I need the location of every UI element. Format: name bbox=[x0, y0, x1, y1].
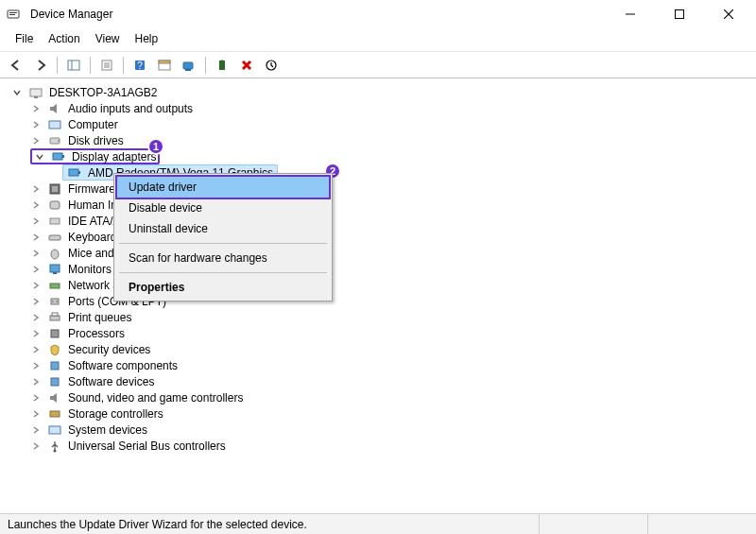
action-pane-button[interactable] bbox=[154, 55, 175, 76]
svg-rect-29 bbox=[62, 155, 64, 158]
svg-rect-25 bbox=[49, 121, 60, 129]
svg-rect-30 bbox=[69, 169, 78, 176]
back-button[interactable] bbox=[6, 55, 26, 76]
tree-item-system[interactable]: System devices bbox=[6, 422, 750, 438]
display-adapter-icon bbox=[67, 165, 82, 181]
scan-hardware-button[interactable] bbox=[179, 55, 199, 76]
minimize-button[interactable] bbox=[609, 1, 652, 27]
window-title: Device Manager bbox=[26, 8, 603, 21]
tree-item-computer[interactable]: Computer bbox=[6, 116, 750, 132]
chevron-right-icon[interactable] bbox=[30, 296, 42, 307]
svg-rect-35 bbox=[50, 218, 60, 224]
disable-device-button[interactable] bbox=[261, 55, 282, 76]
close-button[interactable] bbox=[707, 1, 750, 27]
chevron-right-icon[interactable] bbox=[30, 264, 42, 275]
usb-icon bbox=[47, 439, 62, 454]
chevron-right-icon[interactable] bbox=[30, 392, 42, 404]
menu-item-disable-device[interactable]: Disable device bbox=[117, 198, 329, 218]
menu-item-update-driver[interactable]: Update driver bbox=[115, 175, 331, 199]
menu-item-scan[interactable]: Scan for hardware changes bbox=[117, 248, 329, 268]
hid-icon bbox=[47, 198, 62, 213]
chevron-right-icon[interactable] bbox=[30, 440, 42, 452]
security-icon bbox=[47, 342, 62, 357]
sound-icon bbox=[47, 390, 62, 405]
svg-rect-50 bbox=[49, 426, 60, 434]
statusbar-segment bbox=[539, 514, 647, 534]
help-button[interactable]: ? bbox=[129, 55, 150, 76]
chevron-right-icon[interactable] bbox=[30, 119, 42, 130]
tree-item-label: Firmware bbox=[68, 182, 115, 196]
svg-rect-7 bbox=[68, 60, 79, 70]
tree-item-usb[interactable]: Universal Serial Bus controllers bbox=[6, 438, 750, 454]
tree-item-label: Universal Serial Bus controllers bbox=[68, 439, 226, 453]
tree-item-processors[interactable]: Processors bbox=[6, 325, 750, 341]
controller-icon bbox=[47, 214, 62, 229]
tree-item-label: Storage controllers bbox=[68, 407, 163, 421]
maximize-button[interactable] bbox=[658, 1, 701, 27]
menu-view[interactable]: View bbox=[90, 30, 126, 47]
menu-help[interactable]: Help bbox=[129, 30, 164, 47]
chevron-right-icon[interactable] bbox=[30, 424, 42, 436]
svg-rect-4 bbox=[676, 10, 684, 19]
uninstall-device-button[interactable] bbox=[236, 55, 257, 76]
chevron-right-icon[interactable] bbox=[30, 344, 42, 355]
update-driver-button[interactable] bbox=[212, 55, 232, 76]
svg-rect-28 bbox=[53, 153, 62, 160]
tree-item-label: Audio inputs and outputs bbox=[68, 102, 193, 115]
tree-item-security[interactable]: Security devices bbox=[6, 341, 750, 357]
chevron-right-icon[interactable] bbox=[30, 183, 42, 195]
chevron-down-icon[interactable] bbox=[11, 87, 23, 98]
chevron-right-icon[interactable] bbox=[30, 376, 42, 388]
tree-root[interactable]: DESKTOP-3A1AGB2 bbox=[6, 84, 750, 100]
menubar: File Action View Help bbox=[0, 28, 756, 52]
tree-item-label: Sound, video and game controllers bbox=[68, 391, 243, 405]
chevron-right-icon[interactable] bbox=[30, 280, 42, 291]
svg-rect-33 bbox=[52, 186, 58, 192]
menu-file[interactable]: File bbox=[9, 30, 39, 47]
titlebar: Device Manager bbox=[0, 0, 756, 28]
svg-rect-40 bbox=[50, 284, 60, 288]
chevron-right-icon[interactable] bbox=[30, 408, 42, 420]
display-adapter-icon bbox=[51, 149, 66, 164]
tree-item-sw-components[interactable]: Software components bbox=[6, 357, 750, 373]
menu-item-properties[interactable]: Properties bbox=[117, 277, 329, 298]
computer-icon bbox=[47, 117, 62, 132]
tree-item-label: Processors bbox=[68, 327, 125, 340]
menu-action[interactable]: Action bbox=[43, 30, 85, 47]
statusbar-text: Launches the Update Driver Wizard for th… bbox=[0, 518, 539, 531]
tree-item-sw-devices[interactable]: Software devices bbox=[6, 373, 750, 389]
mouse-icon bbox=[47, 246, 62, 261]
tree-item-label: Disk drives bbox=[68, 134, 124, 147]
svg-rect-18 bbox=[185, 69, 191, 71]
chevron-down-icon[interactable] bbox=[34, 151, 45, 163]
disk-icon bbox=[47, 133, 62, 148]
tree-item-sound[interactable]: Sound, video and game controllers bbox=[6, 389, 750, 405]
menu-item-uninstall-device[interactable]: Uninstall device bbox=[117, 218, 329, 239]
svg-rect-2 bbox=[9, 14, 15, 15]
software-icon bbox=[47, 374, 62, 389]
tree-item-storage[interactable]: Storage controllers bbox=[6, 405, 750, 422]
show-hide-tree-button[interactable] bbox=[63, 55, 84, 76]
chevron-right-icon[interactable] bbox=[30, 103, 42, 114]
tree-item-print-queues[interactable]: Print queues bbox=[6, 309, 750, 325]
tree-item-disk-drives[interactable]: Disk drives bbox=[6, 132, 750, 148]
ports-icon bbox=[47, 294, 62, 309]
chevron-right-icon[interactable] bbox=[30, 360, 42, 371]
svg-rect-46 bbox=[51, 330, 59, 337]
svg-rect-23 bbox=[30, 89, 42, 96]
firmware-icon bbox=[47, 181, 62, 197]
chevron-right-icon[interactable] bbox=[30, 199, 42, 211]
chevron-right-icon[interactable] bbox=[30, 312, 42, 323]
chevron-right-icon[interactable] bbox=[30, 248, 42, 259]
tree-item-label: Software devices bbox=[68, 375, 154, 388]
svg-rect-34 bbox=[50, 201, 60, 209]
tree-item-audio[interactable]: Audio inputs and outputs bbox=[6, 100, 750, 116]
chevron-right-icon[interactable] bbox=[30, 215, 42, 227]
tree-item-display-adapters[interactable]: Display adapters 1 bbox=[6, 148, 750, 164]
forward-button[interactable] bbox=[30, 55, 51, 76]
svg-rect-44 bbox=[50, 316, 60, 320]
chevron-right-icon[interactable] bbox=[30, 135, 42, 146]
properties-button[interactable] bbox=[96, 55, 117, 76]
chevron-right-icon[interactable] bbox=[30, 328, 42, 339]
chevron-right-icon[interactable] bbox=[30, 232, 42, 243]
